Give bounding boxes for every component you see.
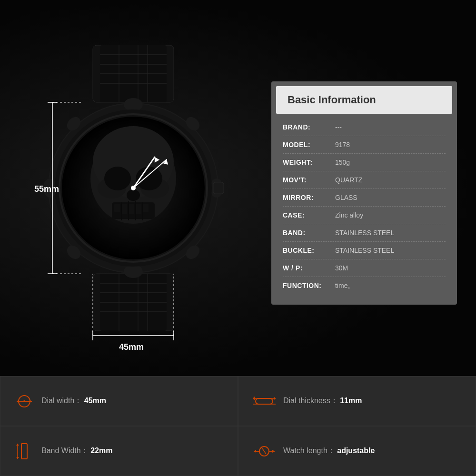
svg-rect-70: [256, 398, 273, 404]
svg-rect-42: [136, 204, 141, 214]
svg-rect-39: [114, 204, 120, 212]
info-row-value: STAINLESS STEEL: [335, 229, 394, 237]
info-row-value: GLASS: [335, 194, 357, 201]
svg-rect-43: [143, 204, 149, 212]
svg-point-35: [104, 167, 131, 190]
stat-cell-dial-thickness: Dial thickness： 11mm: [238, 376, 476, 426]
svg-text:45mm: 45mm: [119, 342, 144, 352]
info-row-value: STAINLESS STEEL: [335, 247, 394, 254]
watch-svg: 55mm 45mm: [19, 17, 248, 359]
info-row-value: 150g: [335, 159, 350, 166]
svg-point-37: [127, 189, 140, 201]
info-panel-title: Basic Information: [288, 94, 441, 106]
main-area: 55mm 45mm Basic Information BRAND:---MOD…: [0, 0, 476, 376]
svg-text:55mm: 55mm: [34, 184, 59, 194]
svg-marker-73: [253, 397, 255, 400]
svg-marker-74: [274, 397, 276, 400]
svg-marker-68: [30, 400, 32, 403]
stat-label-watch-length: Watch length：: [283, 446, 335, 455]
stat-value-dial-width: 45mm: [84, 397, 106, 405]
info-row: MIRROR:GLASS: [283, 189, 446, 207]
info-row: W / P:30M: [283, 259, 446, 277]
svg-rect-40: [121, 204, 127, 214]
svg-point-19: [124, 98, 143, 111]
svg-rect-30: [213, 182, 224, 194]
svg-point-52: [131, 186, 136, 190]
info-row-label: BAND:: [283, 229, 335, 237]
info-row-label: BUCKLE:: [283, 247, 335, 254]
info-row: MODEL:9178: [283, 136, 446, 154]
stats-row-1: Dial width： 45mm Dial thickness： 11mm: [0, 376, 476, 426]
svg-marker-85: [272, 450, 275, 453]
info-row-value: 9178: [335, 141, 350, 149]
info-row-value: time。: [335, 282, 354, 290]
info-row: BUCKLE:STAINLESS STEEL: [283, 242, 446, 259]
stat-text-watch-length: Watch length： adjustable: [283, 446, 375, 456]
info-row-value: QUARTZ: [335, 176, 362, 184]
info-row-label: BRAND:: [283, 123, 335, 131]
info-row-label: MIRROR:: [283, 194, 335, 201]
stat-label-band-width: Band Width：: [41, 446, 89, 455]
info-row-label: FUNCTION:: [283, 282, 335, 289]
stat-text-band-width: Band Width： 22mm: [41, 446, 112, 456]
thickness-icon: [253, 392, 276, 411]
band-icon: [15, 442, 34, 461]
svg-marker-79: [16, 444, 19, 446]
info-row: FUNCTION:time。: [283, 277, 446, 295]
info-panel-header: Basic Information: [276, 86, 452, 114]
stat-text-dial-thickness: Dial thickness： 11mm: [283, 396, 362, 406]
info-row-value: 30M: [335, 264, 348, 272]
stat-label-dial-thickness: Dial thickness：: [283, 397, 338, 405]
info-row-label: CASE:: [283, 211, 335, 219]
info-row-label: WEIGHT:: [283, 159, 335, 166]
stat-value-dial-thickness: 11mm: [340, 397, 362, 405]
stats-bar: Dial width： 45mm Dial thickness： 11mm: [0, 376, 476, 476]
stat-value-band-width: 22mm: [90, 446, 112, 455]
info-row: MOV'T:QUARTZ: [283, 171, 446, 189]
stat-value-watch-length: adjustable: [337, 446, 375, 455]
svg-marker-67: [17, 400, 19, 403]
svg-point-20: [124, 265, 143, 278]
stats-row-2: Band Width： 22mm Watch length： adjustabl…: [0, 426, 476, 476]
stat-label-dial-width: Dial width：: [41, 397, 82, 405]
info-row-label: W / P:: [283, 264, 335, 272]
svg-rect-75: [21, 444, 27, 459]
info-row: BRAND:---: [283, 119, 446, 136]
info-row-value: ---: [335, 123, 342, 131]
info-row-value: Zinc alloy: [335, 211, 363, 219]
info-panel: Basic Information BRAND:---MODEL:9178WEI…: [271, 81, 457, 305]
svg-rect-41: [129, 204, 134, 214]
info-row: CASE:Zinc alloy: [283, 207, 446, 224]
info-row: BAND:STAINLESS STEEL: [283, 224, 446, 242]
watch-area: 55mm 45mm: [19, 17, 248, 359]
stat-cell-dial-width: Dial width： 45mm: [0, 376, 238, 426]
info-row-label: MOV'T:: [283, 176, 335, 184]
stat-text-dial-width: Dial width： 45mm: [41, 396, 106, 406]
svg-line-86: [262, 448, 266, 454]
length-icon: [253, 442, 276, 461]
info-row-label: MODEL:: [283, 141, 335, 149]
info-row: WEIGHT:150g: [283, 154, 446, 171]
stat-cell-band-width: Band Width： 22mm: [0, 426, 238, 476]
dial-icon: [15, 392, 34, 411]
svg-marker-80: [16, 457, 19, 459]
info-panel-body: BRAND:---MODEL:9178WEIGHT:150gMOV'T:QUAR…: [271, 114, 457, 305]
svg-point-69: [23, 400, 25, 402]
stat-cell-watch-length: Watch length： adjustable: [238, 426, 476, 476]
svg-marker-84: [254, 450, 256, 453]
